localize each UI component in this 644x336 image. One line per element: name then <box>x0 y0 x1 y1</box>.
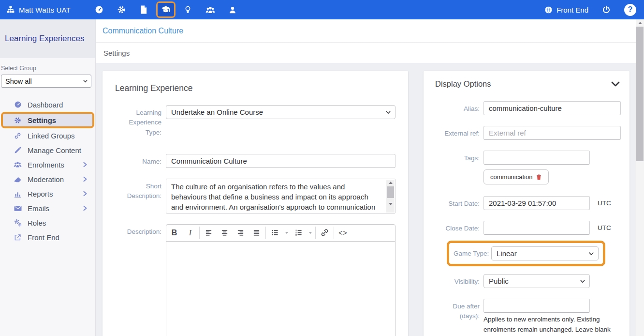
user-icon[interactable] <box>221 0 244 19</box>
display-options-fields: Alias: External ref: Tags: communication <box>431 101 622 336</box>
start-date-label: Start Date: <box>431 196 480 210</box>
short-description-row: Short Description: The culture of an org… <box>115 179 395 214</box>
rich-text-editor: B I <box>166 224 395 336</box>
pencil-icon <box>14 147 22 154</box>
learning-experience-type-select[interactable]: Undertake an Online Course <box>166 105 395 119</box>
sidebar-item-label: Front End <box>28 233 59 242</box>
start-date-utc-label: UTC <box>598 196 611 210</box>
align-left-button[interactable] <box>201 225 217 241</box>
close-date-input[interactable] <box>483 221 590 235</box>
short-description-text: The culture of an organisation refers to… <box>171 183 375 214</box>
link-icon <box>14 132 22 139</box>
external-ref-input[interactable] <box>483 126 621 140</box>
scroll-up-icon[interactable] <box>636 19 644 26</box>
scroll-down-icon[interactable] <box>386 201 395 207</box>
tag-chip[interactable]: communication <box>483 169 549 184</box>
alias-input[interactable] <box>483 101 621 115</box>
align-center-button[interactable] <box>217 225 233 241</box>
bullet-list-caret-icon[interactable] <box>283 225 291 241</box>
scroll-up-icon[interactable] <box>386 180 395 186</box>
breadcrumb-course-link[interactable]: Communication Culture <box>102 27 183 35</box>
tag-chip-label: communication <box>490 173 532 181</box>
page-scrollbar-thumb[interactable] <box>636 27 644 161</box>
link-button[interactable] <box>317 225 333 241</box>
sidebar-item-front-end[interactable]: Front End <box>0 230 95 244</box>
sidebar-item-label: Emails <box>28 204 49 213</box>
eraser-icon <box>14 176 22 183</box>
tags-label: Tags: <box>431 151 480 165</box>
due-after-input[interactable] <box>483 299 590 313</box>
sidebar-item-roles[interactable]: Roles <box>0 215 95 230</box>
sidebar-item-label: Linked Groups <box>28 132 75 140</box>
help-icon[interactable]: ? <box>624 4 636 16</box>
page-title: Settings <box>96 43 636 63</box>
game-type-label: Game Type: <box>454 250 487 257</box>
visibility-select[interactable]: Public <box>483 274 590 288</box>
sidebar-item-manage-content[interactable]: Manage Content <box>0 143 95 157</box>
toolbar-divider <box>334 227 334 239</box>
sidebar-item-settings[interactable]: Settings <box>1 112 94 128</box>
chevron-right-icon <box>83 205 88 211</box>
gears-icon <box>14 219 22 227</box>
due-after-row: Due after (days): Applies to new enrolme… <box>431 299 622 336</box>
collapse-chevron-down-icon[interactable] <box>611 81 620 88</box>
sidebar-item-label: Enrolments <box>28 161 64 169</box>
gear-icon <box>14 117 22 124</box>
short-description-label: Short Description: <box>115 179 161 214</box>
top-nav-icons <box>88 0 244 19</box>
trash-icon[interactable] <box>536 174 542 181</box>
bold-button[interactable]: B <box>166 225 182 241</box>
align-right-button[interactable] <box>233 225 249 241</box>
external-link-icon <box>14 234 22 241</box>
dashboard-icon[interactable] <box>88 0 110 19</box>
editor-toolbar: B I <box>166 225 395 242</box>
align-justify-button[interactable] <box>249 225 264 241</box>
scrollbar-thumb[interactable] <box>387 186 394 198</box>
sidebar-item-emails[interactable]: Emails <box>0 201 95 215</box>
sidebar-nav: Dashboard Settings Linked Groups Manage … <box>0 97 95 244</box>
bullet-list-button[interactable] <box>267 225 283 241</box>
sidebar-item-linked-groups[interactable]: Linked Groups <box>0 128 95 143</box>
brand-menu[interactable]: Matt Watts UAT <box>0 6 71 14</box>
display-options-header[interactable]: Display Options <box>431 77 622 89</box>
file-icon[interactable] <box>132 0 155 19</box>
sidebar-item-label: Settings <box>28 116 56 124</box>
numbered-list-button[interactable] <box>291 225 307 241</box>
tachometer-icon <box>14 101 22 108</box>
page-scrollbar[interactable] <box>636 19 644 336</box>
top-navigation-bar: Matt Watts UAT <box>0 0 644 19</box>
lightbulb-icon[interactable] <box>177 0 199 19</box>
power-icon[interactable] <box>602 5 611 14</box>
gear-icon[interactable] <box>110 0 132 19</box>
name-row: Name: <box>115 154 395 168</box>
short-description-textarea[interactable]: The culture of an organisation refers to… <box>166 179 395 214</box>
type-row: Learning Experience Type: Undertake an O… <box>115 105 395 137</box>
tags-input[interactable] <box>483 151 590 165</box>
sidebar-item-enrolments[interactable]: Enrolments <box>0 157 95 172</box>
graduation-cap-icon[interactable] <box>156 1 176 18</box>
users-icon[interactable] <box>199 0 221 19</box>
numbered-list-caret-icon[interactable] <box>307 225 314 241</box>
sidebar-item-reports[interactable]: Reports <box>0 186 95 201</box>
game-type-highlight-box: Game Type: Linear <box>447 241 605 266</box>
chevron-right-icon <box>83 162 88 168</box>
content: Learning Experience Learning Experience … <box>96 63 636 336</box>
top-bar-right: Front End ? <box>544 4 644 16</box>
front-end-link[interactable]: Front End <box>544 6 588 14</box>
game-type-select[interactable]: Linear <box>491 246 599 260</box>
close-date-label: Close Date: <box>431 221 480 235</box>
group-select[interactable]: Show all <box>1 75 91 88</box>
sidebar-item-moderation[interactable]: Moderation <box>0 172 95 186</box>
learning-experience-panel: Learning Experience Learning Experience … <box>102 71 408 336</box>
textarea-scrollbar[interactable] <box>386 180 395 213</box>
start-date-input[interactable] <box>483 196 590 210</box>
editor-content-area[interactable] <box>166 242 395 336</box>
users-icon <box>14 161 22 168</box>
display-options-panel: Display Options Alias: External ref: <box>424 71 629 336</box>
sidebar: Learning Experiences Select Group Show a… <box>0 19 96 336</box>
italic-button[interactable]: I <box>182 225 198 241</box>
name-input[interactable] <box>166 154 395 168</box>
code-view-button[interactable]: <> <box>335 225 351 241</box>
external-ref-label: External ref: <box>431 126 480 140</box>
sidebar-item-dashboard[interactable]: Dashboard <box>0 97 95 112</box>
